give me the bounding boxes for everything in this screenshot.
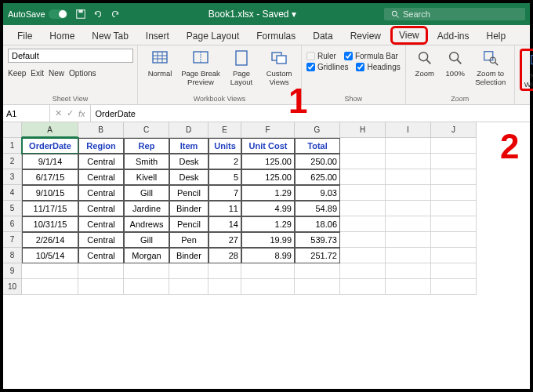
cell[interactable]: 8.99 xyxy=(241,248,295,263)
normal-button[interactable]: Normal xyxy=(143,49,177,78)
cell[interactable]: 5 xyxy=(208,169,241,185)
cell[interactable] xyxy=(169,279,208,295)
cell[interactable]: Central xyxy=(78,248,124,263)
cell[interactable] xyxy=(431,248,477,263)
row-header[interactable]: 2 xyxy=(3,154,22,169)
row-header[interactable]: 6 xyxy=(3,216,22,232)
cell[interactable] xyxy=(340,232,386,248)
cell[interactable] xyxy=(340,169,386,185)
keep-button[interactable]: Keep xyxy=(8,69,26,78)
cell[interactable]: Morgan xyxy=(124,248,169,263)
pagebreak-button[interactable]: Page Break Preview xyxy=(180,49,221,86)
cell[interactable] xyxy=(22,279,78,295)
column-header-H[interactable]: H xyxy=(340,122,386,138)
formulabar-checkbox[interactable]: Formula Bar xyxy=(344,52,398,60)
exit-button[interactable]: Exit xyxy=(31,69,44,78)
tab-insert[interactable]: Insert xyxy=(138,27,177,45)
autosave-toggle[interactable]: AutoSave xyxy=(8,9,67,19)
row-header[interactable]: 3 xyxy=(3,169,22,185)
new-button[interactable]: New xyxy=(49,69,64,78)
fx-icon[interactable]: fx xyxy=(78,109,85,118)
cell[interactable]: Units xyxy=(208,138,241,154)
cell[interactable]: 539.73 xyxy=(295,232,340,248)
gridlines-checkbox[interactable]: Gridlines xyxy=(306,63,348,71)
cell[interactable] xyxy=(386,154,431,169)
cell[interactable]: Jardine xyxy=(124,201,169,216)
cell[interactable]: 625.00 xyxy=(295,169,340,185)
cell[interactable]: 1.29 xyxy=(241,185,295,201)
cell[interactable] xyxy=(124,263,169,279)
cell[interactable] xyxy=(386,263,431,279)
cell[interactable]: 11/17/15 xyxy=(22,201,78,216)
cell[interactable]: 14 xyxy=(208,216,241,232)
zoom100-button[interactable]: 100% xyxy=(442,49,469,78)
cell[interactable]: Pencil xyxy=(169,216,208,232)
options-button[interactable]: Options xyxy=(69,69,96,78)
formula-input[interactable]: OrderDate xyxy=(91,109,530,118)
cell[interactable]: 7 xyxy=(208,185,241,201)
cell[interactable] xyxy=(340,248,386,263)
cell[interactable]: 11 xyxy=(208,201,241,216)
cell[interactable] xyxy=(431,232,477,248)
column-header-I[interactable]: I xyxy=(386,122,431,138)
row-header[interactable]: 5 xyxy=(3,201,22,216)
cell[interactable]: Pen xyxy=(169,232,208,248)
customviews-button[interactable]: Custom Views xyxy=(262,49,296,86)
cell[interactable] xyxy=(340,263,386,279)
cell[interactable]: 54.89 xyxy=(295,201,340,216)
column-header-J[interactable]: J xyxy=(431,122,477,138)
cell[interactable] xyxy=(386,138,431,154)
tab-help[interactable]: Help xyxy=(478,27,513,45)
cell[interactable] xyxy=(340,216,386,232)
cell[interactable] xyxy=(386,185,431,201)
cell[interactable]: Total xyxy=(295,138,340,154)
select-all-corner[interactable] xyxy=(3,122,22,138)
column-header-A[interactable]: A xyxy=(22,122,78,138)
cell[interactable] xyxy=(340,154,386,169)
column-header-G[interactable]: G xyxy=(295,122,340,138)
spreadsheet-grid[interactable]: 12345678910 ABCDEFGHIJ OrderDateRegionRe… xyxy=(3,122,530,295)
cell[interactable]: 125.00 xyxy=(241,169,295,185)
column-header-E[interactable]: E xyxy=(208,122,241,138)
cell[interactable] xyxy=(78,263,124,279)
cell[interactable] xyxy=(431,216,477,232)
cell[interactable]: Gill xyxy=(124,232,169,248)
zoom-button[interactable]: Zoom xyxy=(411,49,439,78)
new-window-button[interactable]: New Window xyxy=(520,49,533,91)
cell[interactable]: 2 xyxy=(208,154,241,169)
cell[interactable]: Central xyxy=(78,169,124,185)
cell[interactable]: Unit Cost xyxy=(241,138,295,154)
row-header[interactable]: 9 xyxy=(3,263,22,279)
cell[interactable]: 18.06 xyxy=(295,216,340,232)
cell[interactable]: Kivell xyxy=(124,169,169,185)
search-box[interactable]: Search xyxy=(384,8,525,20)
cell[interactable]: 125.00 xyxy=(241,154,295,169)
cell[interactable]: 6/17/15 xyxy=(22,169,78,185)
cell[interactable] xyxy=(386,279,431,295)
tab-data[interactable]: Data xyxy=(305,27,340,45)
tab-file[interactable]: File xyxy=(9,27,40,45)
cell[interactable]: 1.29 xyxy=(241,216,295,232)
column-header-C[interactable]: C xyxy=(124,122,169,138)
cell[interactable] xyxy=(386,201,431,216)
cell[interactable] xyxy=(295,279,340,295)
cell[interactable] xyxy=(241,279,295,295)
tab-pagelayout[interactable]: Page Layout xyxy=(179,27,247,45)
cell[interactable]: 10/5/14 xyxy=(22,248,78,263)
pagelayout-button[interactable]: Page Layout xyxy=(224,49,259,86)
cell[interactable]: 250.00 xyxy=(295,154,340,169)
row-header[interactable]: 10 xyxy=(3,279,22,295)
tab-addins[interactable]: Add-ins xyxy=(430,27,477,45)
row-header[interactable]: 8 xyxy=(3,248,22,263)
cell[interactable] xyxy=(208,263,241,279)
cell[interactable]: Region xyxy=(78,138,124,154)
cell[interactable]: Central xyxy=(78,216,124,232)
row-header[interactable]: 1 xyxy=(3,138,22,154)
cell[interactable] xyxy=(340,201,386,216)
cell[interactable]: Andrews xyxy=(124,216,169,232)
cell[interactable] xyxy=(208,279,241,295)
undo-icon[interactable] xyxy=(92,9,103,20)
column-header-D[interactable]: D xyxy=(169,122,208,138)
save-icon[interactable] xyxy=(75,9,86,20)
column-header-B[interactable]: B xyxy=(78,122,124,138)
